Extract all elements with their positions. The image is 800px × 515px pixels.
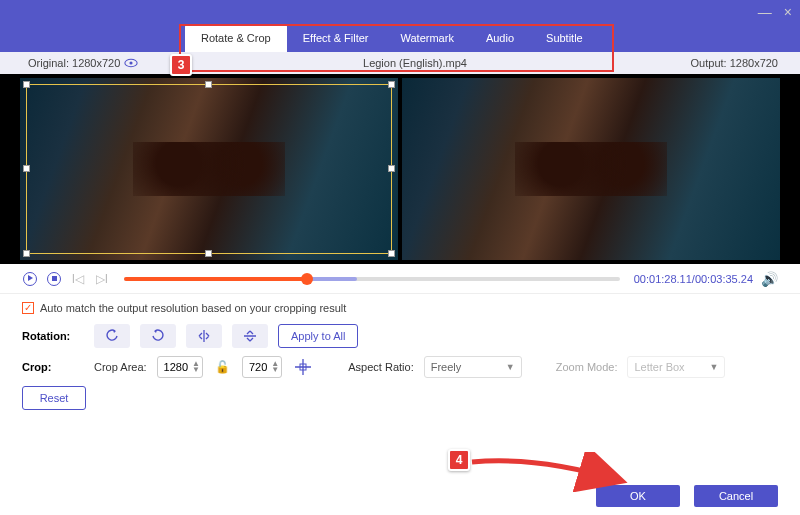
crop-handle[interactable] xyxy=(388,165,395,172)
play-button[interactable] xyxy=(22,271,38,287)
rotate-left-button[interactable] xyxy=(94,324,130,348)
flip-horizontal-button[interactable] xyxy=(186,324,222,348)
annotation-callout-3: 3 xyxy=(170,54,192,76)
crop-handle[interactable] xyxy=(23,81,30,88)
stop-button[interactable] xyxy=(46,271,62,287)
output-preview xyxy=(402,78,780,260)
flip-vertical-button[interactable] xyxy=(232,324,268,348)
minimize-button[interactable]: — xyxy=(758,5,772,19)
rotate-right-button[interactable] xyxy=(140,324,176,348)
crop-handle[interactable] xyxy=(23,250,30,257)
rotation-label: Rotation: xyxy=(22,330,84,342)
tab-watermark[interactable]: Watermark xyxy=(385,24,470,52)
footer: OK Cancel xyxy=(596,485,778,507)
auto-match-checkbox[interactable]: ✓ xyxy=(22,302,34,314)
crop-area-label: Crop Area: xyxy=(94,361,147,373)
tab-subtitle[interactable]: Subtitle xyxy=(530,24,599,52)
tab-audio[interactable]: Audio xyxy=(470,24,530,52)
titlebar: — × xyxy=(0,0,800,24)
filename-label: Legion (English).mp4 xyxy=(160,57,670,69)
crop-handle[interactable] xyxy=(205,81,212,88)
crop-handle[interactable] xyxy=(205,250,212,257)
crop-width-input[interactable]: 1280▲▼ xyxy=(157,356,203,378)
annotation-callout-4: 4 xyxy=(448,449,470,471)
zoom-mode-label: Zoom Mode: xyxy=(556,361,618,373)
close-button[interactable]: × xyxy=(784,5,792,19)
original-resolution-label: Original: 1280x720 xyxy=(28,57,120,69)
prev-frame-button[interactable]: I◁ xyxy=(70,271,86,287)
seek-slider[interactable] xyxy=(124,277,620,281)
file-info-row: Original: 1280x720 Legion (English).mp4 … xyxy=(0,52,800,74)
tab-bar: Rotate & Crop Effect & Filter Watermark … xyxy=(0,24,800,52)
reset-button[interactable]: Reset xyxy=(22,386,86,410)
time-display: 00:01:28.11/00:03:35.24 xyxy=(634,273,753,285)
lock-aspect-icon[interactable]: 🔓 xyxy=(213,360,232,374)
next-frame-button[interactable]: ▷I xyxy=(94,271,110,287)
original-preview[interactable] xyxy=(20,78,398,260)
controls-panel: ✓ Auto match the output resolution based… xyxy=(0,294,800,422)
auto-match-label: Auto match the output resolution based o… xyxy=(40,302,346,314)
crop-height-input[interactable]: 720▲▼ xyxy=(242,356,282,378)
cancel-button[interactable]: Cancel xyxy=(694,485,778,507)
aspect-ratio-label: Aspect Ratio: xyxy=(348,361,413,373)
crop-handle[interactable] xyxy=(23,165,30,172)
output-resolution-label: Output: 1280x720 xyxy=(670,57,800,69)
zoom-mode-select: Letter Box▼ xyxy=(627,356,725,378)
volume-icon[interactable]: 🔊 xyxy=(761,271,778,287)
tab-rotate-crop[interactable]: Rotate & Crop xyxy=(185,24,287,52)
preview-area xyxy=(0,74,800,264)
crop-handle[interactable] xyxy=(388,250,395,257)
aspect-ratio-select[interactable]: Freely▼ xyxy=(424,356,522,378)
svg-point-1 xyxy=(130,61,133,64)
apply-to-all-button[interactable]: Apply to All xyxy=(278,324,358,348)
eye-icon xyxy=(124,58,138,68)
tab-effect-filter[interactable]: Effect & Filter xyxy=(287,24,385,52)
playback-bar: I◁ ▷I 00:01:28.11/00:03:35.24 🔊 xyxy=(0,264,800,294)
crop-handle[interactable] xyxy=(388,81,395,88)
crop-label: Crop: xyxy=(22,361,84,373)
crop-frame[interactable] xyxy=(26,84,392,254)
crop-position-button[interactable] xyxy=(292,356,314,378)
ok-button[interactable]: OK xyxy=(596,485,680,507)
